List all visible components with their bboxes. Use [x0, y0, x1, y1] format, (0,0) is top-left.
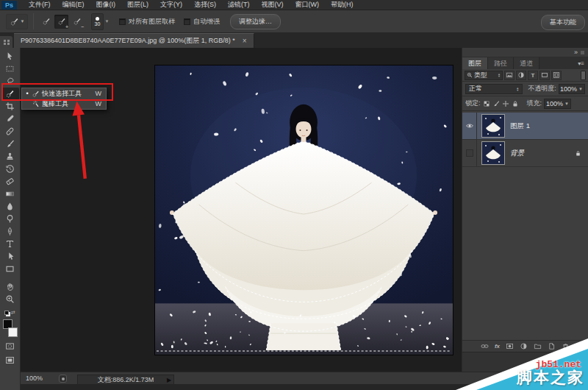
menu-item-8[interactable]: 视图(V): [256, 0, 290, 10]
wand-icon: [32, 100, 40, 108]
current-tool-preset[interactable]: ▼: [6, 14, 28, 29]
sample-all-layers-checkbox[interactable]: 对所有图层取样: [119, 17, 175, 26]
brush-tool[interactable]: [1, 138, 19, 150]
crop-tool[interactable]: [1, 100, 19, 113]
dock-menu-icon[interactable]: [581, 51, 584, 54]
visibility-toggle[interactable]: [462, 140, 477, 166]
zoom-icon: [5, 294, 15, 304]
collapse-panels-icon[interactable]: »: [574, 49, 578, 56]
spot-healing-brush-tool[interactable]: [1, 125, 19, 138]
pixel-layer-filter-icon[interactable]: [504, 71, 514, 80]
hand-tool[interactable]: [1, 280, 19, 293]
blur-tool[interactable]: [1, 200, 19, 213]
swap-colors-icon[interactable]: ⇄: [11, 310, 15, 316]
panel-tab-paths[interactable]: 路径: [488, 57, 514, 69]
checker-icon: [483, 100, 490, 107]
shape-layer-filter-icon[interactable]: [539, 71, 550, 80]
checkbox-box: [119, 18, 126, 25]
zoom-tool[interactable]: [1, 293, 19, 305]
sample-all-layers-label: 对所有图层取样: [129, 17, 175, 26]
panel-tab-channels[interactable]: 通道: [514, 57, 539, 69]
blur-icon: [5, 202, 15, 211]
tab-close-icon[interactable]: ×: [243, 37, 247, 45]
pen-tool[interactable]: [1, 225, 19, 238]
menu-item-5[interactable]: 文字(Y): [154, 0, 188, 10]
history-brush-tool[interactable]: [1, 163, 19, 175]
layer-row-2[interactable]: 背景: [462, 140, 588, 167]
add-to-selection-mode[interactable]: +: [54, 15, 68, 29]
opacity-value-field[interactable]: 100% ▼: [559, 84, 585, 94]
marquee-tool[interactable]: [1, 63, 19, 75]
brush-size-picker[interactable]: 30: [91, 13, 104, 30]
select-arrows-icon: ▲▼: [516, 87, 519, 91]
quick-mask-button[interactable]: [4, 341, 15, 351]
background-color-swatch[interactable]: [8, 327, 18, 337]
smart-object-filter-icon[interactable]: [551, 71, 562, 80]
filter-kind-select[interactable]: 类型 ▲▼: [465, 71, 503, 80]
lock-position-icon[interactable]: [502, 100, 509, 107]
lock-image-pixels-icon[interactable]: [492, 100, 500, 107]
gradient-tool[interactable]: [1, 188, 19, 200]
dodge-tool[interactable]: [1, 213, 19, 225]
blend-mode-select[interactable]: 正常 ▲▼: [465, 84, 523, 94]
menu-item-10[interactable]: 帮助(H): [325, 0, 359, 10]
screen-mode-button[interactable]: [4, 355, 15, 365]
healing-icon: [5, 127, 15, 136]
menu-item-9[interactable]: 窗口(W): [290, 0, 326, 10]
document-size-text: 文档:886.2K/1.73M: [98, 375, 154, 385]
layer-name: 图层 1: [510, 121, 530, 131]
shape-icon: [5, 264, 15, 274]
path-selection-tool[interactable]: [1, 250, 19, 263]
type-tool[interactable]: [1, 238, 19, 250]
shape-tool[interactable]: [1, 263, 19, 275]
fill-label: 填充:: [527, 99, 542, 108]
subtract-from-selection-mode[interactable]: −: [70, 15, 84, 29]
movecross-icon: [502, 100, 509, 107]
adjustment-layer-filter-icon[interactable]: [516, 71, 526, 80]
menu-item-6[interactable]: 选择(S): [188, 0, 222, 10]
document-tab[interactable]: P90763386401D8BE8740AA0E77E7E09A.jpg @ 1…: [14, 33, 254, 48]
refine-edge-button[interactable]: 调整边缘…: [230, 14, 281, 29]
document-info-field[interactable]: 文档:886.2K/1.73M ▶: [77, 375, 174, 385]
menu-item-2[interactable]: 编辑(E): [57, 0, 90, 10]
panel-menu-icon[interactable]: ▾≡: [574, 57, 588, 69]
selection-mode-group: +−: [39, 15, 84, 29]
layer-filter-row: 类型 ▲▼ T: [462, 69, 588, 82]
marquee-icon: [5, 64, 15, 74]
eye-icon: [465, 121, 474, 130]
auto-enhance-checkbox[interactable]: 自动增强: [184, 17, 220, 26]
status-flyout-arrow-icon[interactable]: ▶: [167, 377, 171, 383]
menu-item-7[interactable]: 滤镜(T): [222, 0, 256, 10]
watermark-name-text: 脚本之家: [517, 367, 584, 388]
fill-value-field[interactable]: 100% ▼: [544, 99, 571, 109]
zoom-level[interactable]: 100%: [26, 375, 43, 382]
layer-row-1[interactable]: 图层 1: [462, 113, 588, 140]
lock-transparent-pixels-icon[interactable]: [483, 100, 490, 107]
type-layer-filter-icon[interactable]: T: [528, 71, 538, 80]
move-tool[interactable]: [1, 50, 19, 63]
filter-icon-group: T: [504, 71, 562, 80]
workspace-switcher-button[interactable]: 基本功能: [541, 15, 585, 30]
fill-value: 100%: [546, 100, 563, 107]
menu-item-3[interactable]: 图像(I): [90, 0, 122, 10]
eraser-tool[interactable]: [1, 175, 19, 188]
layer-lock-icon: [575, 150, 581, 157]
toolbar-extras: ⇄: [3, 310, 18, 365]
visibility-toggle[interactable]: [462, 113, 477, 139]
menu-item-1[interactable]: 文件(F): [23, 0, 57, 10]
panel-tab-layers[interactable]: 图层: [462, 57, 488, 69]
document-image[interactable]: [154, 65, 453, 355]
photoshop-logo: Ps: [1, 1, 17, 10]
new-selection-mode[interactable]: [39, 15, 53, 29]
menu-item-4[interactable]: 图层(L): [121, 0, 154, 10]
eyedropper-tool[interactable]: [1, 113, 19, 125]
sync-status-icon: [59, 375, 67, 383]
clone-stamp-tool[interactable]: [1, 150, 19, 163]
default-colors-icon[interactable]: [4, 311, 9, 315]
lock-all-icon[interactable]: [512, 100, 519, 107]
tab-strip-nub[interactable]: [0, 36, 12, 48]
filter-toggle-switch[interactable]: [581, 71, 586, 80]
brush-dropdown-icon[interactable]: ▼: [104, 13, 110, 30]
document-tab-bar: P90763386401D8BE8740AA0E77E7E09A.jpg @ 1…: [0, 33, 588, 48]
dock-header: »: [462, 48, 588, 57]
